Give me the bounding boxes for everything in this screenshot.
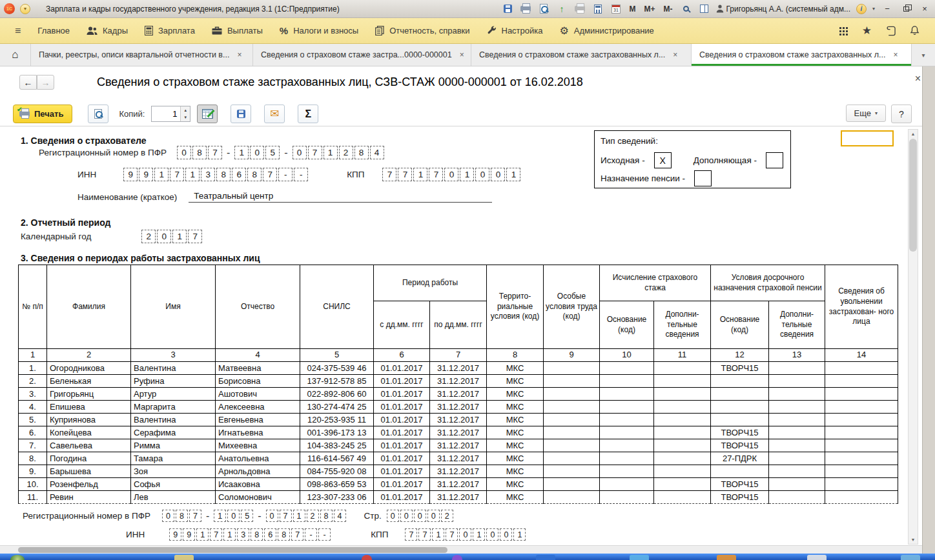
current-user[interactable]: Григорьянц А.А. (системный адм...	[716, 5, 850, 14]
table-cell: Епишева	[47, 401, 131, 414]
edit-document-button[interactable]	[197, 105, 218, 123]
table-cell: Зоя	[131, 465, 216, 478]
all-functions-icon[interactable]	[839, 26, 848, 35]
taskbar-app-icon[interactable]	[362, 555, 372, 560]
table-cell	[825, 491, 898, 504]
info-type-box: Тип сведений: Исходная - X Дополняющая -…	[594, 130, 791, 188]
menu-item-vyplaty[interactable]: Выплаты	[203, 18, 271, 44]
print-button[interactable]: ✔ Печать	[13, 105, 72, 123]
tab-list-dropdown-icon[interactable]: ▾	[912, 44, 935, 66]
vertical-scrollbar-thumb[interactable]	[909, 139, 917, 252]
table-cell: 01.01.2017	[374, 362, 430, 375]
print-preview-button[interactable]	[88, 105, 108, 123]
menu-item-glavnoe[interactable]: Главное	[29, 18, 78, 44]
more-button[interactable]: Еще▾	[846, 105, 886, 122]
table-cell: 01.01.2017	[374, 401, 430, 414]
print-icon[interactable]	[520, 3, 532, 15]
table-cell	[769, 491, 825, 504]
horizontal-scrollbar[interactable]	[0, 545, 935, 554]
forward-button[interactable]: →	[37, 75, 54, 90]
tab-close-icon[interactable]: ×	[673, 50, 677, 59]
table-cell: Григорьянц	[47, 388, 131, 401]
tab-packets[interactable]: Пачки, реестры, описи квартальной отчетн…	[31, 44, 253, 66]
digit-cell: 7	[280, 510, 292, 522]
close-button[interactable]: ×	[918, 4, 931, 14]
calendar-icon[interactable]: 31	[610, 3, 622, 15]
bell-icon[interactable]	[910, 25, 920, 36]
calculator-icon[interactable]	[592, 3, 604, 15]
digit-cell: 1	[196, 528, 209, 541]
tab-szv-1[interactable]: Сведения о страховом стаже застра...0000…	[253, 44, 471, 66]
table-row: 2.БеленькаяРуфинаБорисовна137-912-578 85…	[19, 375, 898, 388]
home-tab[interactable]: ⌂	[0, 44, 31, 66]
spin-up-icon[interactable]: ▴	[181, 106, 190, 114]
table-cell: Ашотович	[216, 388, 300, 401]
taskbar-app-icon[interactable]	[901, 555, 920, 560]
print-preview-icon[interactable]	[538, 3, 550, 15]
tab-close-icon[interactable]: ×	[893, 50, 898, 59]
tab-szv-2[interactable]: Сведения о страховом стаже застрахованны…	[471, 44, 692, 66]
split-view-icon[interactable]	[698, 3, 710, 15]
taskbar-app-icon[interactable]	[536, 555, 555, 560]
taskbar-app-icon[interactable]	[174, 555, 194, 560]
restore-button[interactable]	[899, 4, 912, 14]
table-cell: 01.01.2017	[374, 465, 430, 478]
save-document-button[interactable]	[231, 105, 251, 123]
save-icon[interactable]	[502, 3, 514, 15]
menu-item-nastroyka[interactable]: Настройка	[478, 18, 551, 44]
selected-cell-indicator[interactable]	[841, 130, 894, 146]
help-button[interactable]: ?	[891, 105, 912, 123]
1c-app-icon[interactable]: 1С	[4, 3, 15, 14]
form-close-icon[interactable]: ×	[915, 73, 921, 85]
horizontal-scrollbar-thumb[interactable]	[18, 547, 447, 553]
history-icon[interactable]	[886, 26, 896, 36]
table-cell: Тамара	[131, 452, 216, 465]
taskbar-app-icon[interactable]	[630, 555, 649, 560]
menu-item-zarplata[interactable]: Зарплата	[136, 18, 203, 44]
digit-cell: 0	[177, 146, 191, 159]
table-cell	[825, 452, 898, 465]
info-icon[interactable]: i	[856, 4, 867, 14]
digit-cell: 6	[232, 168, 246, 181]
spin-down-icon[interactable]: ▾	[181, 114, 190, 122]
taskbar-app-icon[interactable]	[717, 555, 736, 560]
tab-close-icon[interactable]: ×	[460, 50, 464, 59]
memory-plus-button[interactable]: M+	[643, 3, 657, 15]
table-cell: Соломонович	[216, 491, 300, 504]
table-cell	[544, 388, 600, 401]
taskbar-app-icon[interactable]	[807, 555, 827, 560]
start-button[interactable]	[10, 555, 25, 560]
memory-button[interactable]: M	[628, 3, 637, 15]
table-cell	[825, 388, 898, 401]
table-cell: ТВОРЧ15	[711, 362, 769, 375]
tab-close-icon[interactable]: ×	[237, 50, 241, 59]
menu-item-administrirovanie[interactable]: ⚙Администрирование	[551, 18, 663, 44]
zoom-icon[interactable]	[680, 3, 692, 15]
scroll-down-icon[interactable]: ▼	[909, 535, 918, 544]
windows-taskbar[interactable]	[0, 554, 935, 560]
table-cell: Огородникова	[47, 362, 131, 375]
info-type-title: Тип сведений:	[601, 136, 658, 146]
copies-spinner[interactable]: 1 ▴▾	[151, 106, 190, 122]
favorites-icon[interactable]: ★	[862, 24, 872, 37]
post-document-icon[interactable]: ↑	[556, 3, 568, 15]
scroll-up-icon[interactable]: ▲	[909, 130, 918, 138]
send-email-button[interactable]: ✉	[264, 105, 285, 123]
menu-item-nalogi[interactable]: %Налоги и взносы	[271, 18, 367, 44]
vertical-scrollbar[interactable]: ▲ ▼	[908, 129, 918, 545]
memory-minus-button[interactable]: M-	[663, 3, 674, 15]
original-checkbox: X	[654, 152, 672, 168]
system-menu-dropdown-icon[interactable]: ▾	[20, 4, 30, 14]
taskbar-app-icon[interactable]	[452, 555, 462, 560]
main-menu-button[interactable]: ≡	[6, 18, 29, 44]
section1-title: 1. Сведения о страхователе	[21, 135, 146, 146]
tab-szv-3-active[interactable]: Сведения о страховом стаже застрахованны…	[692, 44, 912, 66]
minimize-button[interactable]: −	[881, 4, 894, 14]
sum-button[interactable]: Σ	[298, 105, 318, 123]
digit-cell: 5	[265, 146, 280, 159]
menu-item-otchetnost[interactable]: Отчетность, справки	[367, 18, 478, 44]
info-dropdown-icon[interactable]: ▾	[872, 6, 875, 12]
back-button[interactable]: ←	[19, 75, 37, 90]
table-cell: 022-892-806 60	[300, 388, 374, 401]
menu-item-kadry[interactable]: Кадры	[78, 18, 136, 44]
